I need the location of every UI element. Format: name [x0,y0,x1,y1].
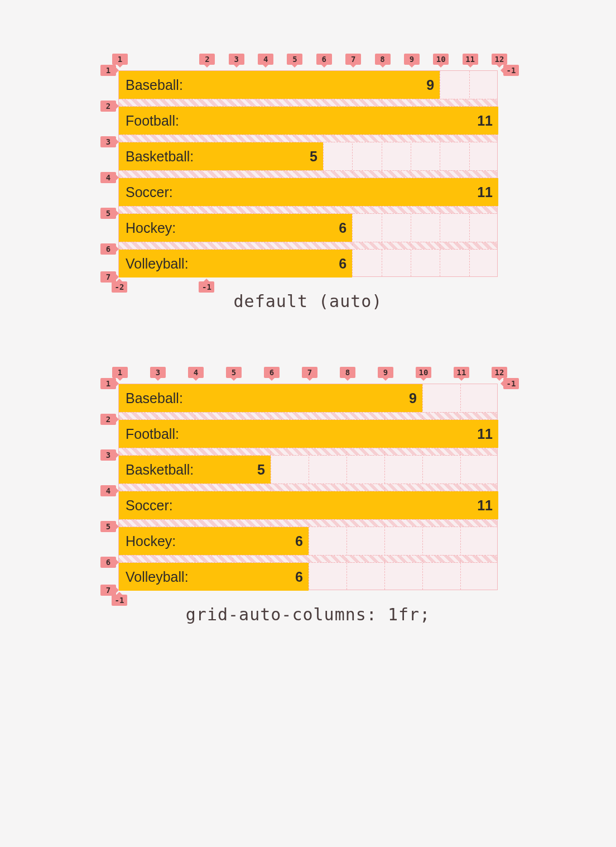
bar-label: Football: [126,113,179,129]
grid-area: Baseball:9Football:11Basketball:5Soccer:… [118,384,498,590]
bar-label: Volleyball: [126,256,189,272]
grid-line-badge: 4 [100,172,116,183]
grid-line-badge: -1 [112,595,127,606]
bar-value: 6 [295,533,303,549]
bar-label: Volleyball: [126,569,189,585]
grid-line-badge: 7 [100,271,116,283]
bar-value: 5 [310,149,317,165]
caption-1fr: grid-auto-columns: 1fr; [0,605,616,624]
grid-line-badge: 6 [100,243,116,255]
grid-line-badge: 11 [463,54,478,65]
caption-default-auto: default (auto) [0,291,616,311]
grid-line-badge: 9 [404,54,420,65]
bar-value: 11 [477,113,493,129]
grid-line-badge: 1 [112,367,128,378]
bar-row: Soccer:11 [119,491,498,519]
grid-line-badge: 9 [378,367,393,378]
grid-row-gap [119,135,497,142]
grid-line-badge: 6 [264,367,280,378]
bar-value: 11 [477,184,493,200]
bar-value: 9 [409,390,417,406]
grid-line-badge: 1 [100,65,116,76]
grid-line-badge: 3 [100,449,116,461]
diagram-default-auto: Baseball:9Football:11Basketball:5Soccer:… [118,70,498,277]
grid-line-badge: 8 [340,367,355,378]
grid-line-badge: 5 [100,208,116,219]
bar-row: Basketball:5 [119,142,323,170]
bar-value: 6 [339,256,346,272]
grid-line-badge: 12 [492,54,507,65]
grid-row-gap [119,484,497,491]
bar-value: 6 [339,220,346,236]
grid-row-gap [119,555,497,563]
bar-row: Hockey:6 [119,527,309,555]
grid-row-gap [119,170,497,178]
grid-line-badge: 4 [100,485,116,496]
bar-row: Basketball:5 [119,456,271,484]
bar-label: Baseball: [126,390,183,406]
grid-line-badge: 1 [112,54,128,65]
bar-label: Basketball: [126,462,194,478]
grid-line-badge: 3 [229,54,244,65]
bar-row: Hockey:6 [119,214,352,242]
bar-label: Basketball: [126,149,194,165]
bar-value: 9 [426,77,434,93]
bar-value: 11 [477,426,493,442]
grid-line-badge: 8 [375,54,391,65]
diagram-1fr: Baseball:9Football:11Basketball:5Soccer:… [118,384,498,590]
grid-row-gap [119,448,497,456]
grid-line-badge: 11 [454,367,469,378]
grid-line-badge: 4 [258,54,273,65]
grid-line-badge: 12 [492,367,507,378]
bar-row: Volleyball:6 [119,250,352,277]
bar-value: 6 [295,569,303,585]
grid-line-badge: 1 [100,378,116,389]
bar-value: 11 [477,497,493,514]
grid-line-badge: 5 [100,521,116,532]
bar-label: Hockey: [126,533,176,549]
bar-label: Soccer: [126,497,173,514]
grid-line-badge: 2 [199,54,215,65]
grid-line-badge: 3 [150,367,166,378]
grid-line-badge: 7 [345,54,361,65]
grid-line-badge: 2 [100,414,116,425]
grid-line-badge: 4 [188,367,204,378]
bar-row: Baseball:9 [119,384,422,412]
grid-line-badge: 6 [316,54,332,65]
bar-label: Football: [126,426,179,442]
bar-row: Baseball:9 [119,71,440,99]
grid-line-badge: 10 [433,54,449,65]
bar-row: Football:11 [119,420,498,448]
bar-row: Volleyball:6 [119,563,309,591]
grid-line-badge: 7 [302,367,317,378]
bar-row: Soccer:11 [119,178,498,206]
grid-row-gap [119,519,497,527]
grid-line-badge: -2 [112,281,127,293]
grid-line-badge: -1 [199,281,214,293]
grid-row-gap [119,412,497,420]
grid-line-badge: 7 [100,585,116,596]
grid-line-badge: 10 [416,367,431,378]
grid-row-gap [119,206,497,214]
grid-row-gap [119,242,497,250]
bar-label: Baseball: [126,77,183,93]
grid-line-badge: 2 [100,101,116,112]
grid-line-badge: -1 [503,378,519,389]
grid-line-badge: 5 [226,367,242,378]
grid-row-gap [119,99,497,107]
bar-value: 5 [257,462,265,478]
bar-label: Hockey: [126,220,176,236]
grid-area: Baseball:9Football:11Basketball:5Soccer:… [118,70,498,277]
grid-line-badge: 3 [100,136,116,147]
grid-line-badge: 6 [100,557,116,568]
grid-line-badge: 5 [287,54,302,65]
grid-line-badge: -1 [503,65,519,76]
bar-label: Soccer: [126,184,173,200]
bar-row: Football:11 [119,107,498,135]
